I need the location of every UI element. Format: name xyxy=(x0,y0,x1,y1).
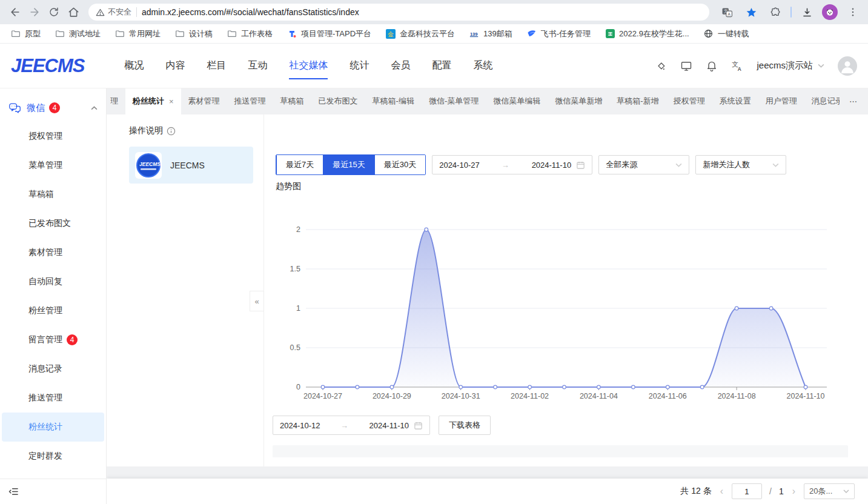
start-date[interactable]: 2024-10-12 xyxy=(280,421,336,430)
sidebar-item[interactable]: 推送管理 xyxy=(2,383,104,413)
sidebar-item[interactable]: 粉丝统计 xyxy=(2,413,104,442)
page-size-select[interactable]: 20条... xyxy=(804,483,855,499)
bookmark-item[interactable]: 一键转载 xyxy=(704,28,749,39)
download-table-button[interactable]: 下载表格 xyxy=(439,416,491,435)
tab[interactable]: 用户管理 xyxy=(758,88,804,114)
page-input[interactable] xyxy=(732,483,762,499)
source-select[interactable]: 全部来源 xyxy=(598,155,689,174)
chevron-up-icon[interactable] xyxy=(91,106,98,110)
bookmark-item[interactable]: 常用网址 xyxy=(115,28,161,39)
collapse-panel-handle[interactable]: « xyxy=(250,291,264,311)
wechat-account-card[interactable]: JEECMS JEECMS xyxy=(129,147,253,184)
tab[interactable]: 消息记录 xyxy=(804,88,840,114)
end-date[interactable]: 2024-11-10 xyxy=(514,161,572,170)
tab[interactable]: 授权管理 xyxy=(666,88,712,114)
reload-icon[interactable] xyxy=(45,3,63,21)
bookmark-item[interactable]: 139139邮箱 xyxy=(469,28,512,39)
browser-menu-icon[interactable] xyxy=(844,3,862,21)
sidebar-item[interactable]: 自动回复 xyxy=(2,267,104,296)
bookmark-item[interactable]: 2022.9在校学生花... xyxy=(605,28,689,39)
svg-text:2024-11-02: 2024-11-02 xyxy=(511,392,549,400)
bell-icon[interactable] xyxy=(706,60,718,72)
bookmark-item[interactable]: 工作表格 xyxy=(227,28,273,39)
skin-icon[interactable] xyxy=(655,60,667,71)
warning-icon xyxy=(96,8,105,17)
table-date-range[interactable]: 2024-10-12 → 2024-11-10 xyxy=(273,416,430,435)
bookmark-star-icon[interactable] xyxy=(742,3,760,21)
range-button[interactable]: 最近30天 xyxy=(374,155,425,174)
sidebar-item[interactable]: 素材管理 xyxy=(2,238,104,267)
more-tabs-button[interactable]: ⋯ xyxy=(840,88,868,114)
tab[interactable]: 素材管理 xyxy=(181,88,227,114)
monitor-icon[interactable] xyxy=(680,60,692,72)
tab[interactable]: 草稿箱-新增 xyxy=(609,88,666,114)
url-text[interactable]: admin.x2.jeecms.com/#/social/wechat/fans… xyxy=(142,7,359,17)
browser-profile-avatar[interactable] xyxy=(822,4,838,20)
tapd-icon xyxy=(287,29,297,39)
tab[interactable]: 微信菜单新增 xyxy=(548,88,609,114)
bookmark-item[interactable]: 测试地址 xyxy=(55,28,101,39)
sidebar-item[interactable]: 消息记录 xyxy=(2,354,104,383)
home-icon[interactable] xyxy=(64,3,82,21)
nav-item[interactable]: 系统 xyxy=(473,56,492,76)
collapse-sidebar-icon[interactable] xyxy=(8,487,19,496)
nav-item[interactable]: 栏目 xyxy=(207,56,226,76)
sidebar: 微信 4 授权管理 菜单管理 草稿箱 xyxy=(0,88,107,504)
nav-item[interactable]: 社交媒体 xyxy=(289,56,328,76)
nav-item[interactable]: 内容 xyxy=(165,56,185,76)
forward-icon[interactable] xyxy=(25,3,44,21)
sidebar-item[interactable]: 已发布图文 xyxy=(2,209,104,238)
sidebar-item[interactable]: 留言管理 4 xyxy=(2,325,104,354)
sidebar-item[interactable]: 草稿箱 xyxy=(2,180,104,209)
nav-item[interactable]: 会员 xyxy=(391,56,410,76)
tab[interactable]: 推送管理 xyxy=(227,88,273,114)
sidebar-item[interactable]: 授权管理 xyxy=(2,122,104,151)
chart-date-range[interactable]: 2024-10-27 → 2024-11-10 xyxy=(432,155,592,174)
nav-item[interactable]: 概况 xyxy=(124,56,144,76)
sidebar-item[interactable]: 菜单管理 xyxy=(2,151,104,180)
extensions-icon[interactable] xyxy=(766,3,784,21)
tab[interactable]: 系统设置 xyxy=(712,88,758,114)
toolbar-right: 文A xyxy=(718,3,862,21)
info-icon[interactable] xyxy=(167,127,176,136)
tab[interactable]: 草稿箱 xyxy=(273,88,311,114)
sidebar-group-wechat[interactable]: 微信 4 xyxy=(0,94,106,122)
close-icon[interactable]: × xyxy=(169,97,174,106)
chevron-down-icon xyxy=(772,163,779,167)
tab[interactable]: 草稿箱-编辑 xyxy=(365,88,422,114)
sheet-icon xyxy=(605,29,615,39)
end-date[interactable]: 2024-11-10 xyxy=(353,421,409,430)
downloads-icon[interactable] xyxy=(798,3,816,21)
range-button[interactable]: 最近15天 xyxy=(323,155,374,174)
site-select[interactable]: jeecms演示站 xyxy=(757,60,824,71)
sidebar-footer xyxy=(0,479,106,504)
bookmark-item[interactable]: 原型 xyxy=(11,28,41,39)
user-avatar[interactable] xyxy=(838,56,857,76)
nav-item[interactable]: 互动 xyxy=(248,56,267,76)
tab[interactable]: 已发布图文 xyxy=(311,88,365,114)
nav-item[interactable]: 配置 xyxy=(432,56,451,76)
next-page-icon[interactable]: › xyxy=(791,486,797,497)
tab[interactable]: 微信菜单编辑 xyxy=(486,88,548,114)
nav-item[interactable]: 统计 xyxy=(350,56,369,76)
prev-page-icon[interactable]: ‹ xyxy=(719,486,724,497)
security-chip[interactable]: 不安全 xyxy=(96,7,131,18)
url-bar[interactable]: 不安全 admin.x2.jeecms.com/#/social/wechat/… xyxy=(88,4,709,21)
back-icon[interactable] xyxy=(6,3,24,21)
jeecms-logo[interactable]: JEECMS xyxy=(11,55,84,77)
range-button[interactable]: 最近7天 xyxy=(276,155,323,174)
sidebar-item[interactable]: 定时群发 xyxy=(2,442,104,471)
chart-controls: 最近7天 最近15天 最近30天 2024-10-27 → 2024-11-10… xyxy=(276,154,786,175)
translate-page-icon[interactable]: 文A xyxy=(718,3,736,21)
bookmark-item[interactable]: 金金磊科技云平台 xyxy=(386,28,455,39)
bookmark-item[interactable]: 项目管理-TAPD平台 xyxy=(287,28,371,39)
tab[interactable]: 理 xyxy=(107,88,125,114)
metric-select[interactable]: 新增关注人数 xyxy=(695,155,786,174)
tab[interactable]: 微信-菜单管理 xyxy=(422,88,486,114)
translate-icon[interactable]: 文A xyxy=(731,60,743,72)
sidebar-item[interactable]: 粉丝管理 xyxy=(2,296,104,325)
bookmark-item[interactable]: 飞书-任务管理 xyxy=(527,28,591,39)
tab[interactable]: 粉丝统计 × xyxy=(125,88,181,114)
start-date[interactable]: 2024-10-27 xyxy=(439,161,497,170)
bookmark-item[interactable]: 设计稿 xyxy=(175,28,213,39)
